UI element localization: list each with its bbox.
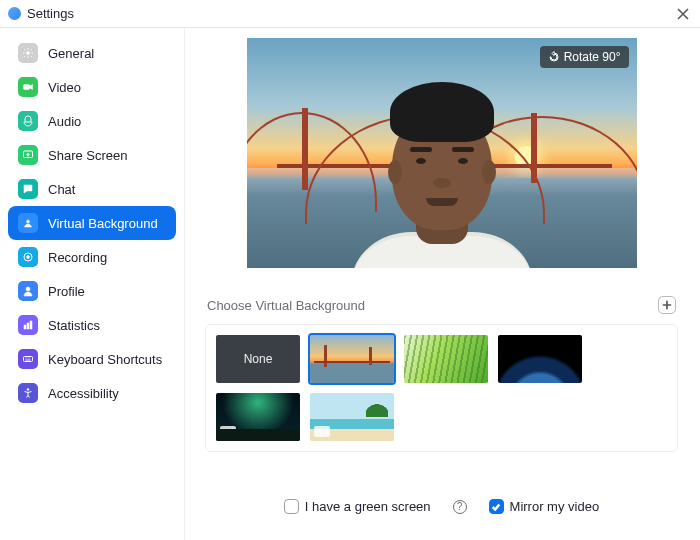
sidebar-item-label: Accessibility — [48, 386, 119, 401]
svg-rect-10 — [24, 357, 33, 362]
sidebar-item-label: Profile — [48, 284, 85, 299]
sidebar-item-profile[interactable]: Profile — [8, 274, 176, 308]
green-screen-checkbox[interactable]: I have a green screen — [284, 499, 431, 514]
sidebar-item-chat[interactable]: Chat — [8, 172, 176, 206]
virtual-background-icon — [18, 213, 38, 233]
sidebar-item-label: General — [48, 46, 94, 61]
plus-icon — [662, 300, 672, 310]
sidebar-item-label: Video — [48, 80, 81, 95]
sidebar-item-label: Statistics — [48, 318, 100, 333]
options-row: I have a green screen ? Mirror my video — [205, 475, 678, 540]
background-none-label: None — [244, 352, 273, 366]
sidebar-item-accessibility[interactable]: Accessibility — [8, 376, 176, 410]
background-option-none[interactable]: None — [216, 335, 300, 383]
rotate-button[interactable]: Rotate 90° — [540, 46, 629, 68]
background-option-grass[interactable] — [404, 335, 488, 383]
section-title: Choose Virtual Background — [207, 298, 365, 313]
sidebar-item-label: Recording — [48, 250, 107, 265]
sidebar-item-general[interactable]: General — [8, 36, 176, 70]
gear-icon — [18, 43, 38, 63]
settings-sidebar: General Video Audio Share Screen Chat Vi… — [0, 28, 185, 540]
sidebar-item-video[interactable]: Video — [8, 70, 176, 104]
sidebar-item-label: Share Screen — [48, 148, 128, 163]
mirror-video-label: Mirror my video — [510, 499, 600, 514]
rotate-label: Rotate 90° — [564, 50, 621, 64]
sidebar-item-label: Keyboard Shortcuts — [48, 352, 162, 367]
background-option-beach[interactable] — [310, 393, 394, 441]
background-option-bridge[interactable] — [310, 335, 394, 383]
accessibility-icon — [18, 383, 38, 403]
svg-point-5 — [27, 256, 30, 259]
green-screen-help-button[interactable]: ? — [453, 500, 467, 514]
background-grid: None — [205, 324, 678, 452]
sidebar-item-virtual-background[interactable]: Virtual Background — [8, 206, 176, 240]
app-icon — [8, 7, 21, 20]
svg-point-11 — [27, 389, 29, 391]
background-option-aurora[interactable] — [216, 393, 300, 441]
svg-rect-1 — [24, 85, 30, 90]
video-icon — [18, 77, 38, 97]
svg-point-3 — [27, 220, 30, 223]
audio-icon — [18, 111, 38, 131]
sidebar-item-audio[interactable]: Audio — [8, 104, 176, 138]
svg-rect-8 — [27, 323, 29, 329]
svg-point-6 — [26, 287, 30, 291]
add-background-button[interactable] — [658, 296, 676, 314]
sidebar-item-label: Virtual Background — [48, 216, 158, 231]
green-screen-label: I have a green screen — [305, 499, 431, 514]
sidebar-item-label: Audio — [48, 114, 81, 129]
share-screen-icon — [18, 145, 38, 165]
background-option-earth[interactable] — [498, 335, 582, 383]
svg-point-0 — [27, 52, 30, 55]
keyboard-icon — [18, 349, 38, 369]
recording-icon — [18, 247, 38, 267]
rotate-icon — [548, 51, 560, 63]
sidebar-item-keyboard-shortcuts[interactable]: Keyboard Shortcuts — [8, 342, 176, 376]
window-title: Settings — [27, 6, 74, 21]
chat-icon — [18, 179, 38, 199]
video-badge-icon — [220, 426, 236, 437]
svg-rect-7 — [24, 325, 26, 329]
main-panel: Rotate 90° Choose Virtual Background Non… — [185, 28, 700, 540]
video-badge-icon — [314, 426, 330, 437]
mirror-video-checkbox[interactable]: Mirror my video — [489, 499, 600, 514]
svg-rect-9 — [30, 321, 32, 329]
close-button[interactable] — [674, 5, 692, 23]
sidebar-item-statistics[interactable]: Statistics — [8, 308, 176, 342]
sidebar-item-share-screen[interactable]: Share Screen — [8, 138, 176, 172]
preview-person — [342, 92, 542, 268]
profile-icon — [18, 281, 38, 301]
title-bar: Settings — [0, 0, 700, 28]
sidebar-item-recording[interactable]: Recording — [8, 240, 176, 274]
video-preview: Rotate 90° — [247, 38, 637, 268]
statistics-icon — [18, 315, 38, 335]
sidebar-item-label: Chat — [48, 182, 75, 197]
